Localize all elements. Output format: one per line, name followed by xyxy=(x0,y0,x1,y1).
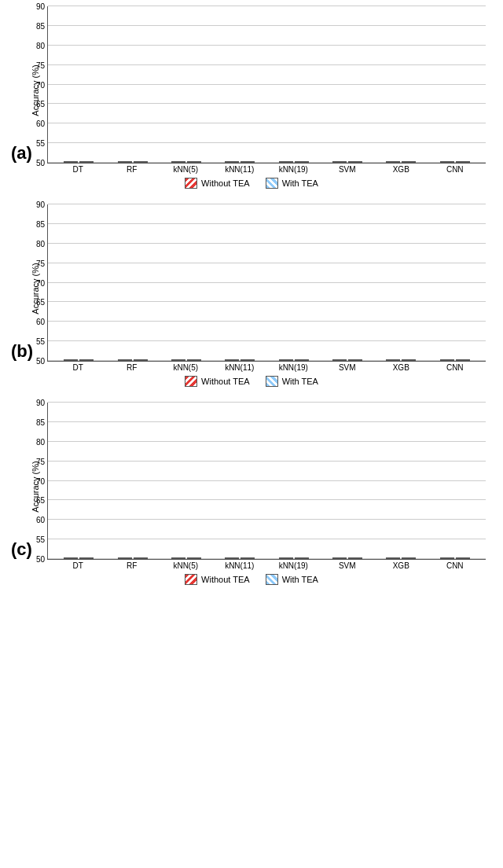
legend-item-without-c: Without TEA xyxy=(185,574,250,585)
bar-with-SVM xyxy=(348,557,362,559)
bar-with-CNN xyxy=(456,161,470,163)
chart-inner-c: 505560657075808590 xyxy=(47,403,486,560)
bar-without-kNN(11) xyxy=(225,557,239,559)
legend-item-without-b: Without TEA xyxy=(185,376,250,387)
legend-box-with-c xyxy=(266,574,278,585)
x-label: SVM xyxy=(321,363,375,372)
chart-label-c: (c) xyxy=(11,539,32,560)
legend-label-with-a: With TEA xyxy=(282,178,318,188)
x-label: XGB xyxy=(374,165,428,174)
bar-without-kNN(19) xyxy=(279,359,293,361)
x-label: SVM xyxy=(321,165,375,174)
legend-item-with-b: With TEA xyxy=(266,376,318,387)
x-label: XGB xyxy=(374,363,428,372)
bar-without-CNN xyxy=(440,557,454,559)
x-label: kNN(19) xyxy=(266,363,321,372)
x-label: kNN(5) xyxy=(159,165,213,174)
legend-box-without-c xyxy=(185,574,197,585)
x-label: CNN xyxy=(428,363,483,372)
bar-without-XGB xyxy=(386,359,400,361)
bar-without-CNN xyxy=(440,359,454,361)
bar-without-kNN(19) xyxy=(279,161,293,163)
legend-b: Without TEA With TEA xyxy=(9,376,494,387)
bar-without-RF xyxy=(118,359,132,361)
bar-with-SVM xyxy=(348,161,362,163)
bar-without-kNN(5) xyxy=(171,557,185,559)
legend-item-without-a: Without TEA xyxy=(185,178,250,189)
x-label: RF xyxy=(105,363,160,372)
bar-with-XGB xyxy=(402,557,416,559)
grid-lines-a xyxy=(48,6,486,163)
chart-label-b: (b) xyxy=(11,341,33,362)
bar-with-DT xyxy=(79,557,94,559)
x-label: SVM xyxy=(321,561,375,570)
legend-label-with-c: With TEA xyxy=(282,575,318,584)
legend-box-without-a xyxy=(185,178,197,189)
legend-label-without-a: Without TEA xyxy=(201,178,250,188)
bar-with-CNN xyxy=(456,557,470,559)
legend-box-with-a xyxy=(266,178,278,189)
legend-label-with-b: With TEA xyxy=(282,377,318,386)
bar-with-kNN(19) xyxy=(295,161,309,163)
chart-area-b: Accuracy (%) 505560657075808590 xyxy=(47,204,486,372)
bar-with-CNN xyxy=(456,359,470,361)
legend-label-without-c: Without TEA xyxy=(201,575,250,584)
chart-wrapper-a: Accuracy (%) 505560657075808590 xyxy=(9,6,494,189)
chart-label-a: (a) xyxy=(11,143,32,164)
legend-item-with-c: With TEA xyxy=(266,574,318,585)
bar-without-kNN(11) xyxy=(225,359,239,361)
bar-with-SVM xyxy=(348,359,362,361)
bar-with-kNN(11) xyxy=(240,161,255,163)
bar-without-SVM xyxy=(332,161,347,163)
x-label: XGB xyxy=(374,561,428,570)
x-labels-a: DTRFkNN(5)kNN(11)kNN(19)SVMXGBCNN xyxy=(47,164,486,174)
bar-without-DT xyxy=(64,557,78,559)
chart-inner-a: 505560657075808590 xyxy=(47,6,486,164)
bar-with-kNN(5) xyxy=(187,359,201,361)
chart-area-c: Accuracy (%) 505560657075808590 xyxy=(47,403,486,570)
bar-without-RF xyxy=(118,557,132,559)
bar-with-RF xyxy=(134,557,148,559)
legend-box-without-b xyxy=(185,376,197,387)
x-label: kNN(5) xyxy=(159,363,213,372)
x-labels-c: DTRFkNN(5)kNN(11)kNN(19)SVMXGBCNN xyxy=(47,560,486,570)
chart-section-a: Accuracy (%) 505560657075808590 xyxy=(0,0,503,198)
bar-without-kNN(5) xyxy=(171,359,185,361)
bar-without-kNN(11) xyxy=(225,161,239,163)
bar-with-kNN(5) xyxy=(187,161,201,163)
x-label: kNN(19) xyxy=(266,561,321,570)
bar-without-CNN xyxy=(440,161,454,163)
grid-lines-b xyxy=(48,204,486,361)
bar-with-kNN(11) xyxy=(240,557,255,559)
bar-with-XGB xyxy=(402,161,416,163)
bar-without-XGB xyxy=(386,161,400,163)
legend-c: Without TEA With TEA xyxy=(9,574,494,585)
legend-item-with-a: With TEA xyxy=(266,178,318,189)
bar-without-RF xyxy=(118,161,132,163)
bar-without-DT xyxy=(64,161,78,163)
x-label: kNN(19) xyxy=(266,165,321,174)
bar-without-kNN(5) xyxy=(171,161,185,163)
x-label: DT xyxy=(51,561,105,570)
chart-inner-b: 505560657075808590 xyxy=(47,204,486,362)
x-label: RF xyxy=(105,165,160,174)
legend-box-with-b xyxy=(266,376,278,387)
bar-with-DT xyxy=(79,359,94,361)
legend-a: Without TEA With TEA xyxy=(9,178,494,189)
x-label: kNN(11) xyxy=(213,165,267,174)
legend-label-without-b: Without TEA xyxy=(201,377,250,386)
x-label: DT xyxy=(51,363,105,372)
chart-section-b: Accuracy (%) 505560657075808590 xyxy=(0,198,503,396)
chart-wrapper-b: Accuracy (%) 505560657075808590 xyxy=(9,204,494,387)
x-label: kNN(11) xyxy=(213,363,267,372)
bar-with-XGB xyxy=(402,359,416,361)
chart-area-a: Accuracy (%) 505560657075808590 xyxy=(47,6,486,174)
x-label: CNN xyxy=(428,165,483,174)
x-label: RF xyxy=(105,561,160,570)
bar-with-kNN(19) xyxy=(295,557,309,559)
bar-without-DT xyxy=(64,359,78,361)
bar-with-kNN(11) xyxy=(240,359,255,361)
bar-with-kNN(19) xyxy=(295,359,309,361)
bar-with-RF xyxy=(134,359,148,361)
bar-without-XGB xyxy=(386,557,400,559)
